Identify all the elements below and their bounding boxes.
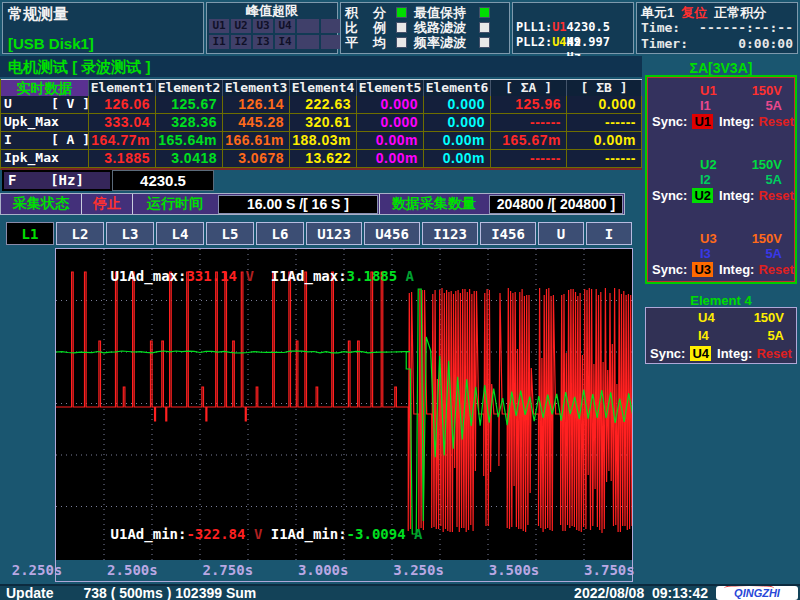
cell-value: 3.1885: [89, 150, 156, 168]
filter-panel-rows: 积分最值保持比例线路滤波平均频率滤波: [341, 5, 509, 50]
tab-i123[interactable]: I123: [422, 222, 478, 245]
axis-tick: 3.250s: [393, 562, 444, 578]
voltage-range: 150V: [752, 83, 782, 98]
current-channel-label: I4: [698, 328, 709, 343]
sync-row: Sync:U1Integ:Reset: [652, 113, 790, 129]
current-range: 5A: [765, 172, 782, 187]
sync-source-badge: U1: [692, 114, 713, 129]
acq-status-label: 采集状态: [1, 195, 81, 213]
voltage-channel-label: U2: [700, 157, 717, 172]
integ-label: Integ:: [719, 262, 754, 277]
timer-value: 0:00:00: [738, 36, 793, 52]
cell-value: 0.000: [357, 114, 424, 132]
axis-tick: 2.250s: [12, 562, 63, 578]
voltage-channel-label: U3: [700, 231, 717, 246]
cell-value: 445.28: [223, 114, 290, 132]
checkbox[interactable]: [396, 7, 407, 18]
integ-label: Integ:: [719, 188, 754, 203]
measure-mode-panel: 常规测量 [USB Disk1]: [2, 2, 204, 54]
checkbox[interactable]: [396, 37, 407, 48]
i-min-unit: A: [406, 526, 423, 542]
wiring-group-title: ΣA[3V3A]: [645, 60, 797, 76]
table-row: I [ A ]164.77m165.64m166.61m188.03m0.00m…: [1, 132, 642, 150]
frequency-label: F [Hz]: [2, 170, 112, 191]
integ-label: Integ:: [719, 114, 754, 129]
cell-value: ------: [567, 150, 642, 168]
tab-l5[interactable]: L5: [206, 222, 254, 245]
current-channel-label: I2: [700, 172, 711, 187]
sync-label: Sync:: [652, 188, 687, 203]
integ-value: Reset: [758, 262, 793, 277]
tab-l3[interactable]: L3: [106, 222, 154, 245]
pll-panel: PLL1: U1 4230.5 Hz PLL2: U4 49.997 Hz: [512, 2, 634, 54]
u-max-value: 331.14: [186, 268, 237, 284]
table-body: U [ V ]126.06125.67126.14222.630.0000.00…: [1, 96, 642, 168]
timer-row: Timer: 0:00:00: [641, 36, 793, 52]
row-label: I [ A ]: [1, 132, 89, 150]
test-mode-bar: 电机测试 [ 录波测试 ]: [0, 56, 642, 77]
status-bar: Update 738 ( 500ms ) 102399 Sum 2022/08/…: [0, 584, 800, 600]
update-label: Update: [6, 585, 53, 600]
tab-i456[interactable]: I456: [480, 222, 536, 245]
voltage-range: 150V: [752, 231, 782, 246]
sync-label: Sync:: [652, 262, 687, 277]
update-value: 738 ( 500ms ) 102399 Sum: [83, 585, 256, 600]
reset-label: 复位: [681, 4, 707, 20]
sample-count-label: 数据采集数量: [380, 195, 488, 213]
cell-value: 328.36: [156, 114, 223, 132]
frequency-value: 4230.5: [112, 170, 214, 191]
cell-value: 0.00m: [357, 150, 424, 168]
cell-value: ------: [567, 114, 642, 132]
cell-value: 164.77m: [89, 132, 156, 150]
voltage-range: 150V: [752, 157, 782, 172]
tab-i[interactable]: I: [586, 222, 632, 245]
measurement-table: 实时数据Element1Element2Element3Element4Elem…: [0, 79, 642, 170]
peak-cell: [297, 19, 319, 33]
u-min-value: -322.84: [186, 526, 245, 542]
pll2-row: PLL2: U4 49.997 Hz: [516, 35, 630, 50]
checkbox[interactable]: [479, 22, 490, 33]
tab-u123[interactable]: U123: [306, 222, 362, 245]
checkbox[interactable]: [479, 7, 490, 18]
channel-group: U1150VI15ASync:U1Integ:Reset: [652, 83, 790, 129]
pll2-frequency: 49.997 Hz: [567, 35, 630, 50]
tab-u456[interactable]: U456: [364, 222, 420, 245]
column-header: Element2: [156, 80, 223, 97]
tab-l2[interactable]: L2: [56, 222, 104, 245]
cell-value: 3.0678: [223, 150, 290, 168]
pll1-row: PLL1: U1 4230.5 Hz: [516, 20, 630, 35]
cell-value: 0.000: [424, 96, 491, 114]
integrator-status-row: 单元1 复位 正常积分: [641, 4, 793, 20]
row-label: Upk_Max: [1, 114, 89, 132]
cell-value: 333.04: [89, 114, 156, 132]
voltage-channel-label: U4: [698, 310, 715, 325]
waveform-axis: 2.250s2.500s2.750s3.000s3.250s3.500s3.75…: [56, 560, 632, 581]
channel-row: U4 150V: [650, 310, 792, 325]
checkbox[interactable]: [479, 37, 490, 48]
cell-value: 0.00m: [567, 132, 642, 150]
axis-tick: 2.750s: [203, 562, 254, 578]
u-max-unit: V: [237, 268, 254, 284]
table-row: U [ V ]126.06125.67126.14222.630.0000.00…: [1, 96, 642, 114]
tab-l1[interactable]: L1: [6, 222, 54, 245]
integ-mode-label: 正常积分: [714, 4, 766, 20]
column-header: Element5: [357, 80, 424, 97]
i-max-label: I1Ad_max:: [271, 268, 347, 284]
peak-limit-panel: 峰值超限 U1U2U3U4I1I2I3I4: [206, 2, 338, 54]
tab-l6[interactable]: L6: [256, 222, 304, 245]
pll1-source: U1: [552, 20, 566, 35]
checkbox[interactable]: [396, 22, 407, 33]
waveform-min-readout: U1Ad_min:-322.84 V I1Ad_min:-3.0094 A: [60, 510, 422, 558]
cell-value: 0.000: [424, 114, 491, 132]
voltage-channel-label: U1: [700, 83, 717, 98]
column-header: Element6: [424, 80, 491, 97]
axis-tick: 2.500s: [107, 562, 158, 578]
tab-l4[interactable]: L4: [156, 222, 204, 245]
tab-bar: L1L2L3L4L5L6U123U456I123I456UI: [6, 222, 632, 245]
peak-limit-title: 峰值超限: [207, 3, 337, 19]
tab-u[interactable]: U: [538, 222, 584, 245]
row-label: U [ V ]: [1, 96, 89, 114]
peak-cell: U4: [275, 19, 295, 33]
time-value: ------:--:--: [699, 20, 793, 36]
sample-count-value: 204800 /[ 204800 ]: [489, 195, 623, 214]
